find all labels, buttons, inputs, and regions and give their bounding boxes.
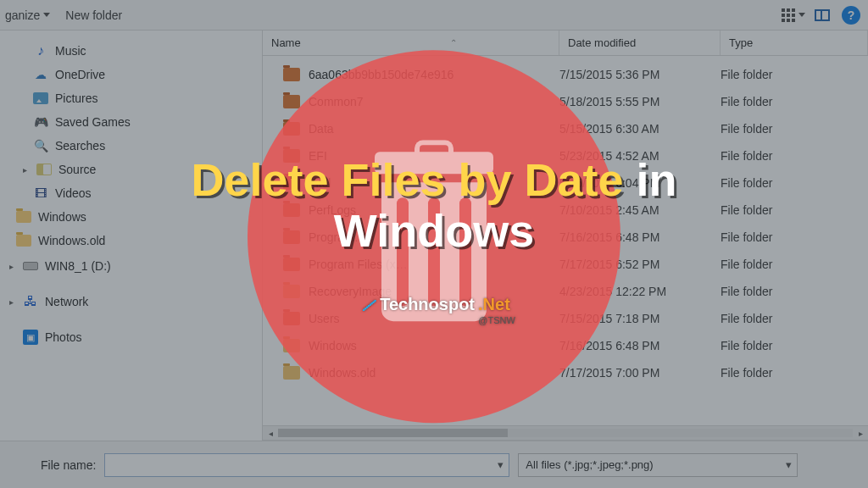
horizontal-scrollbar[interactable]: ◂ ▸: [263, 425, 868, 441]
table-row[interactable]: Common75/18/2015 5:55 PMFile folder: [263, 88, 868, 115]
filename-input[interactable]: [105, 458, 492, 472]
file-type: File folder: [721, 176, 868, 190]
photos-app-icon: ▣: [23, 330, 38, 345]
table-row[interactable]: Windows.old7/17/2015 7:00 PMFile folder: [263, 359, 868, 386]
folder-icon: [283, 176, 300, 190]
tree-label: WIN8_1 (D:): [45, 259, 111, 273]
tree-label: Videos: [55, 186, 92, 200]
tree-label: Saved Games: [55, 115, 131, 129]
search-icon: 🔍: [33, 138, 48, 153]
scroll-track[interactable]: [278, 429, 853, 437]
folder-icon: [16, 209, 31, 225]
tree-label: Source: [58, 163, 96, 176]
toolbar: ganize New folder ?: [0, 0, 868, 30]
table-row[interactable]: 6aa063bb9bb150de74e9167/15/2015 5:36 PMF…: [263, 61, 868, 88]
tree-drive[interactable]: ▸ WIN8_1 (D:): [3, 254, 259, 278]
organize-label: ganize: [5, 8, 40, 22]
video-icon: 🎞: [33, 186, 48, 201]
file-pane: Name ⌃ Date modified Type 6aa063bb9bb150…: [263, 30, 868, 441]
folder-icon: [283, 68, 300, 81]
file-date: 5/15/2015 6:30 AM: [559, 122, 721, 136]
tree-photos[interactable]: ▣ Photos: [3, 325, 259, 349]
table-row[interactable]: EFI5/23/2015 4:52 AMFile folder: [263, 142, 868, 169]
tree-item[interactable]: ♪Music: [3, 39, 259, 63]
folder-icon: [283, 366, 300, 380]
chevron-down-icon[interactable]: ▾: [780, 458, 797, 471]
music-icon: ♪: [33, 43, 48, 58]
grid-icon: [782, 8, 795, 22]
folder-icon: [283, 122, 300, 136]
file-type: File folder: [721, 366, 868, 380]
column-header-name[interactable]: Name ⌃: [263, 30, 559, 55]
chevron-down-icon: [798, 13, 805, 17]
scroll-left-icon[interactable]: ◂: [263, 429, 278, 438]
file-date: 5/18/2015 5:55 PM: [559, 95, 721, 108]
gamepad-icon: 🎮: [33, 114, 48, 130]
new-folder-label: New folder: [65, 8, 122, 22]
table-row[interactable]: Program Files (x…7/17/2015 6:52 PMFile f…: [263, 251, 868, 278]
scroll-thumb[interactable]: [278, 429, 508, 437]
tree-item[interactable]: 🔍Searches: [3, 134, 259, 158]
tree-item[interactable]: Windows: [3, 205, 259, 229]
file-date: 7/16/2015 6:48 PM: [559, 339, 721, 352]
table-row[interactable]: Data5/15/2015 6:30 AMFile folder: [263, 115, 868, 142]
tree-item[interactable]: ▸Source: [3, 158, 259, 181]
chevron-right-icon: ▸: [6, 297, 16, 307]
column-header-date[interactable]: Date modified: [559, 30, 721, 55]
file-type: File folder: [721, 68, 868, 81]
tree-item[interactable]: Windows.old: [3, 229, 259, 252]
file-type: File folder: [721, 230, 868, 244]
file-name: Common7: [309, 95, 364, 108]
preview-pane-button[interactable]: [810, 3, 834, 27]
table-row[interactable]: Program…7/16/2015 6:48 PMFile folder: [263, 224, 868, 251]
column-header-type[interactable]: Type: [721, 30, 868, 55]
tree-item[interactable]: 🎞Videos: [3, 181, 259, 205]
column-headers: Name ⌃ Date modified Type: [263, 30, 868, 56]
chevron-down-icon: [43, 13, 50, 17]
file-name: Windows: [309, 339, 357, 352]
new-folder-button[interactable]: New folder: [65, 8, 122, 22]
file-date: 5/23/2015 4:52 AM: [559, 149, 721, 163]
file-name: PerfLogs: [309, 203, 356, 217]
file-type: File folder: [721, 203, 868, 217]
file-date: 7/17/2015 7:00 PM: [559, 366, 721, 380]
nav-tree: ♪Music☁OneDrivePictures🎮Saved Games🔍Sear…: [0, 30, 263, 441]
folder-icon: [283, 203, 300, 217]
table-row[interactable]: RecoveryImage4/23/2015 12:22 PMFile fold…: [263, 278, 868, 305]
folder-icon: [16, 233, 31, 248]
filename-combo[interactable]: ▾: [104, 453, 509, 477]
view-options-button[interactable]: [782, 3, 805, 27]
file-type: File folder: [721, 339, 868, 352]
tree-item[interactable]: 🎮Saved Games: [3, 110, 259, 134]
drive-icon: [23, 262, 38, 270]
scroll-right-icon[interactable]: ▸: [853, 429, 868, 438]
tree-label: Network: [45, 295, 88, 308]
tree-label: Searches: [55, 139, 105, 152]
chevron-down-icon[interactable]: ▾: [492, 458, 509, 471]
file-name: RecoveryImage: [309, 285, 392, 298]
help-button[interactable]: ?: [839, 3, 863, 27]
organize-button[interactable]: ganize: [5, 8, 50, 22]
table-row[interactable]: PerfLogs7/10/2015 2:45 AMFile folder: [263, 197, 868, 224]
file-name: 6aa063bb9bb150de74e916: [309, 68, 453, 81]
file-list: 6aa063bb9bb150de74e9167/15/2015 5:36 PMF…: [263, 56, 868, 425]
tree-item[interactable]: Pictures: [3, 86, 259, 110]
file-type-filter[interactable]: All files (*.jpg;*.jpeg;*.png) ▾: [518, 453, 798, 477]
file-type: File folder: [721, 312, 868, 325]
file-date: 7/15/2015 5:36 PM: [559, 68, 721, 81]
table-row[interactable]: Intel5/15/2015 6:04 PMFile folder: [263, 169, 868, 197]
table-row[interactable]: Windows7/16/2015 6:48 PMFile folder: [263, 332, 868, 359]
file-type: File folder: [721, 122, 868, 136]
file-name: Intel: [309, 176, 331, 190]
folder-icon: [283, 258, 300, 271]
tree-label: Music: [55, 44, 86, 58]
table-row[interactable]: Users7/15/2015 7:18 PMFile folder: [263, 305, 868, 332]
folder-icon: [283, 149, 300, 163]
file-name: Program…: [309, 230, 366, 244]
file-type: File folder: [721, 258, 868, 271]
help-icon: ?: [842, 6, 860, 25]
tree-network[interactable]: ▸ 🖧 Network: [3, 290, 259, 313]
tree-item[interactable]: ☁OneDrive: [3, 63, 259, 86]
picture-icon: [33, 91, 48, 106]
file-name: Windows.old: [309, 366, 376, 380]
